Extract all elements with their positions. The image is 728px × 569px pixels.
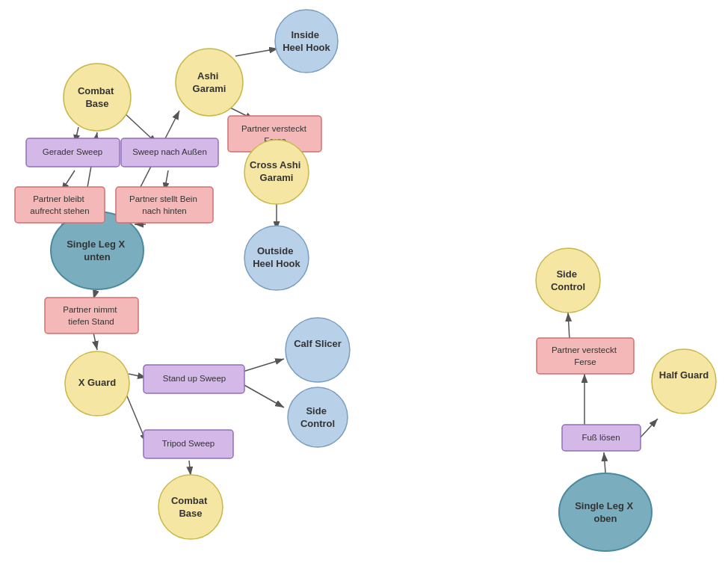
- partner-versteckt-ferse-right-node: [537, 338, 634, 374]
- stand-up-sweep-label: Stand up Sweep: [163, 374, 226, 383]
- partner-bleibt-node: [15, 187, 105, 223]
- svg-line-20: [604, 452, 605, 473]
- calf-slicer-node: [286, 318, 350, 382]
- svg-line-17: [243, 359, 284, 372]
- half-guard-node: [652, 349, 716, 413]
- diagram: Single Leg X unten Combat Base Ashi Gara…: [0, 0, 728, 569]
- side-control-left-node: [288, 387, 348, 447]
- sweep-nach-aussen-label: Sweep nach Außen: [132, 147, 207, 156]
- gerader-sweep-label: Gerader Sweep: [43, 147, 103, 156]
- svg-line-23: [639, 419, 658, 439]
- ashi-garami-node: [176, 49, 243, 116]
- single-leg-x-oben-node: [559, 473, 652, 551]
- partner-nimmt-node: [45, 298, 138, 333]
- svg-line-22: [568, 313, 570, 340]
- svg-line-3: [235, 49, 278, 56]
- calf-slicer-label: Calf Slicer: [294, 338, 342, 349]
- tripod-sweep-label: Tripod Sweep: [162, 439, 215, 448]
- x-guard-label: X Guard: [78, 377, 117, 388]
- half-guard-label: Half Guard: [659, 369, 709, 381]
- combat-base-bottom-node: [158, 475, 223, 539]
- svg-line-18: [243, 384, 284, 407]
- fuss-losen-label: Fuß lösen: [582, 433, 620, 442]
- inside-heel-hook-node: [275, 10, 338, 73]
- svg-line-19: [189, 461, 191, 476]
- svg-line-14: [93, 333, 97, 350]
- partner-stellt-node: [116, 187, 213, 223]
- combat-base-top-node: [64, 64, 131, 131]
- side-control-right-node: [536, 248, 600, 313]
